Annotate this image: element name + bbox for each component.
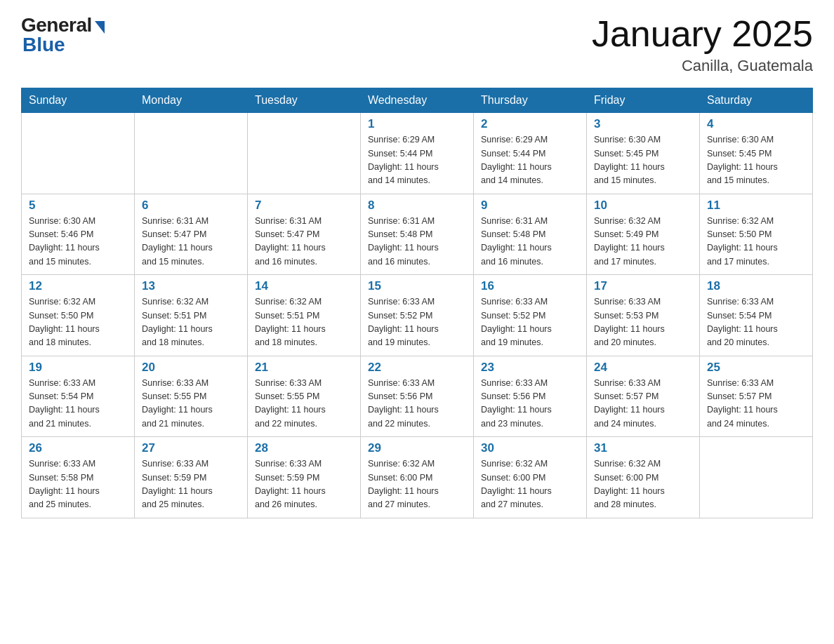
calendar-cell: 7Sunrise: 6:31 AMSunset: 5:47 PMDaylight… xyxy=(248,194,361,275)
calendar-cell xyxy=(700,437,813,518)
day-info: Sunrise: 6:33 AMSunset: 5:56 PMDaylight:… xyxy=(368,377,466,431)
day-info: Sunrise: 6:32 AMSunset: 6:00 PMDaylight:… xyxy=(594,457,692,512)
day-info: Sunrise: 6:31 AMSunset: 5:47 PMDaylight:… xyxy=(255,215,353,269)
day-info: Sunrise: 6:33 AMSunset: 5:59 PMDaylight:… xyxy=(255,457,353,512)
day-info: Sunrise: 6:33 AMSunset: 5:52 PMDaylight:… xyxy=(368,295,466,350)
day-info: Sunrise: 6:31 AMSunset: 5:48 PMDaylight:… xyxy=(481,215,579,269)
day-info: Sunrise: 6:32 AMSunset: 5:51 PMDaylight:… xyxy=(255,295,353,350)
calendar-cell: 17Sunrise: 6:33 AMSunset: 5:53 PMDayligh… xyxy=(587,275,700,356)
logo-arrow-icon xyxy=(95,21,105,34)
calendar-cell xyxy=(22,113,135,194)
day-number: 19 xyxy=(29,361,127,375)
day-info: Sunrise: 6:33 AMSunset: 5:56 PMDaylight:… xyxy=(481,377,579,431)
day-number: 3 xyxy=(594,117,692,131)
day-info: Sunrise: 6:32 AMSunset: 5:50 PMDaylight:… xyxy=(29,295,127,350)
calendar-cell: 2Sunrise: 6:29 AMSunset: 5:44 PMDaylight… xyxy=(474,113,587,194)
day-info: Sunrise: 6:30 AMSunset: 5:45 PMDaylight:… xyxy=(594,133,692,188)
day-info: Sunrise: 6:33 AMSunset: 5:57 PMDaylight:… xyxy=(594,377,692,431)
calendar-cell: 12Sunrise: 6:32 AMSunset: 5:50 PMDayligh… xyxy=(22,275,135,356)
day-number: 22 xyxy=(368,361,466,375)
calendar-cell: 28Sunrise: 6:33 AMSunset: 5:59 PMDayligh… xyxy=(248,437,361,518)
day-info: Sunrise: 6:33 AMSunset: 5:54 PMDaylight:… xyxy=(707,295,805,350)
day-number: 23 xyxy=(481,361,579,375)
day-number: 14 xyxy=(255,279,353,293)
day-info: Sunrise: 6:33 AMSunset: 5:57 PMDaylight:… xyxy=(707,377,805,431)
day-number: 29 xyxy=(368,441,466,455)
day-number: 25 xyxy=(707,361,805,375)
weekday-header-thursday: Thursday xyxy=(474,88,587,113)
day-number: 27 xyxy=(142,441,240,455)
day-info: Sunrise: 6:33 AMSunset: 5:59 PMDaylight:… xyxy=(142,457,240,512)
calendar-cell: 19Sunrise: 6:33 AMSunset: 5:54 PMDayligh… xyxy=(22,356,135,437)
day-number: 13 xyxy=(142,279,240,293)
day-info: Sunrise: 6:31 AMSunset: 5:48 PMDaylight:… xyxy=(368,215,466,269)
calendar-cell: 1Sunrise: 6:29 AMSunset: 5:44 PMDaylight… xyxy=(361,113,474,194)
day-number: 10 xyxy=(594,199,692,213)
day-info: Sunrise: 6:33 AMSunset: 5:53 PMDaylight:… xyxy=(594,295,692,350)
page-header: General Blue January 2025 Canilla, Guate… xyxy=(21,14,813,75)
day-info: Sunrise: 6:29 AMSunset: 5:44 PMDaylight:… xyxy=(481,133,579,188)
day-info: Sunrise: 6:32 AMSunset: 5:50 PMDaylight:… xyxy=(707,215,805,269)
day-number: 28 xyxy=(255,441,353,455)
day-number: 26 xyxy=(29,441,127,455)
day-number: 31 xyxy=(594,441,692,455)
calendar-cell: 10Sunrise: 6:32 AMSunset: 5:49 PMDayligh… xyxy=(587,194,700,275)
weekday-header-friday: Friday xyxy=(587,88,700,113)
calendar-cell: 11Sunrise: 6:32 AMSunset: 5:50 PMDayligh… xyxy=(700,194,813,275)
weekday-header-tuesday: Tuesday xyxy=(248,88,361,113)
location-title: Canilla, Guatemala xyxy=(592,57,813,75)
calendar-cell: 15Sunrise: 6:33 AMSunset: 5:52 PMDayligh… xyxy=(361,275,474,356)
title-area: January 2025 Canilla, Guatemala xyxy=(592,14,813,75)
day-number: 24 xyxy=(594,361,692,375)
calendar-table: SundayMondayTuesdayWednesdayThursdayFrid… xyxy=(21,88,813,518)
day-number: 15 xyxy=(368,279,466,293)
day-info: Sunrise: 6:32 AMSunset: 5:51 PMDaylight:… xyxy=(142,295,240,350)
calendar-cell: 16Sunrise: 6:33 AMSunset: 5:52 PMDayligh… xyxy=(474,275,587,356)
day-info: Sunrise: 6:32 AMSunset: 6:00 PMDaylight:… xyxy=(368,457,466,512)
calendar-cell: 25Sunrise: 6:33 AMSunset: 5:57 PMDayligh… xyxy=(700,356,813,437)
day-number: 2 xyxy=(481,117,579,131)
day-info: Sunrise: 6:33 AMSunset: 5:55 PMDaylight:… xyxy=(255,377,353,431)
calendar-cell: 14Sunrise: 6:32 AMSunset: 5:51 PMDayligh… xyxy=(248,275,361,356)
calendar-cell: 3Sunrise: 6:30 AMSunset: 5:45 PMDaylight… xyxy=(587,113,700,194)
calendar-cell: 29Sunrise: 6:32 AMSunset: 6:00 PMDayligh… xyxy=(361,437,474,518)
day-number: 4 xyxy=(707,117,805,131)
weekday-header-saturday: Saturday xyxy=(700,88,813,113)
day-info: Sunrise: 6:33 AMSunset: 5:54 PMDaylight:… xyxy=(29,377,127,431)
calendar-cell: 23Sunrise: 6:33 AMSunset: 5:56 PMDayligh… xyxy=(474,356,587,437)
logo: General Blue xyxy=(21,14,105,56)
day-info: Sunrise: 6:33 AMSunset: 5:55 PMDaylight:… xyxy=(142,377,240,431)
calendar-cell xyxy=(248,113,361,194)
calendar-cell: 24Sunrise: 6:33 AMSunset: 5:57 PMDayligh… xyxy=(587,356,700,437)
calendar-cell: 18Sunrise: 6:33 AMSunset: 5:54 PMDayligh… xyxy=(700,275,813,356)
day-number: 17 xyxy=(594,279,692,293)
day-number: 5 xyxy=(29,199,127,213)
day-number: 11 xyxy=(707,199,805,213)
day-number: 30 xyxy=(481,441,579,455)
day-number: 16 xyxy=(481,279,579,293)
calendar-cell: 4Sunrise: 6:30 AMSunset: 5:45 PMDaylight… xyxy=(700,113,813,194)
day-number: 12 xyxy=(29,279,127,293)
day-info: Sunrise: 6:32 AMSunset: 5:49 PMDaylight:… xyxy=(594,215,692,269)
calendar-cell: 22Sunrise: 6:33 AMSunset: 5:56 PMDayligh… xyxy=(361,356,474,437)
day-number: 9 xyxy=(481,199,579,213)
calendar-cell: 9Sunrise: 6:31 AMSunset: 5:48 PMDaylight… xyxy=(474,194,587,275)
day-number: 8 xyxy=(368,199,466,213)
day-number: 1 xyxy=(368,117,466,131)
day-number: 21 xyxy=(255,361,353,375)
calendar-cell: 13Sunrise: 6:32 AMSunset: 5:51 PMDayligh… xyxy=(135,275,248,356)
day-info: Sunrise: 6:33 AMSunset: 5:52 PMDaylight:… xyxy=(481,295,579,350)
day-info: Sunrise: 6:32 AMSunset: 6:00 PMDaylight:… xyxy=(481,457,579,512)
logo-blue-text: Blue xyxy=(22,34,65,56)
calendar-cell: 20Sunrise: 6:33 AMSunset: 5:55 PMDayligh… xyxy=(135,356,248,437)
calendar-cell xyxy=(135,113,248,194)
day-info: Sunrise: 6:29 AMSunset: 5:44 PMDaylight:… xyxy=(368,133,466,188)
calendar-cell: 26Sunrise: 6:33 AMSunset: 5:58 PMDayligh… xyxy=(22,437,135,518)
day-info: Sunrise: 6:30 AMSunset: 5:45 PMDaylight:… xyxy=(707,133,805,188)
calendar-cell: 21Sunrise: 6:33 AMSunset: 5:55 PMDayligh… xyxy=(248,356,361,437)
weekday-header-wednesday: Wednesday xyxy=(361,88,474,113)
calendar-cell: 30Sunrise: 6:32 AMSunset: 6:00 PMDayligh… xyxy=(474,437,587,518)
weekday-header-sunday: Sunday xyxy=(22,88,135,113)
day-info: Sunrise: 6:31 AMSunset: 5:47 PMDaylight:… xyxy=(142,215,240,269)
month-title: January 2025 xyxy=(592,14,813,54)
